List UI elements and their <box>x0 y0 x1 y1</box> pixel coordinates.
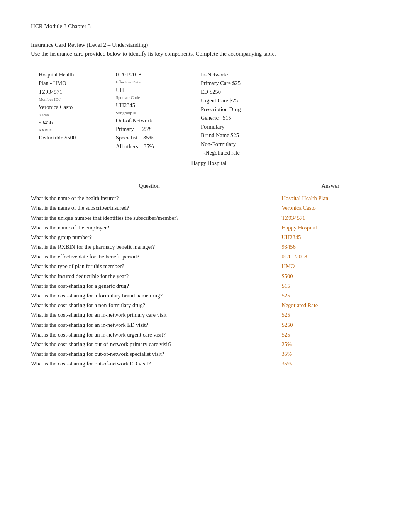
qa-row: What is the cost-sharing for an in-netwo… <box>31 321 379 330</box>
card-in-network-label: In-Network: <box>201 70 379 79</box>
qa-answer: TZ934571 <box>281 214 379 223</box>
qa-answer: Happy Hospital <box>281 223 379 232</box>
card-col-1: Hospital Health Plan - HMO TZ934571 Memb… <box>39 70 116 157</box>
card-member-id-value: TZ934571 <box>39 88 116 96</box>
qa-row: What is the cost-sharing for a formulary… <box>31 291 379 300</box>
card-sponsor-code-value: UH <box>116 86 201 94</box>
qa-row: What is the cost-sharing for an in-netwo… <box>31 311 379 320</box>
qa-answer: 93456 <box>281 243 379 252</box>
card-effective-date-value: 01/01/2018 <box>116 70 201 79</box>
card-out-of-network-label: Out-of-Network <box>116 116 201 125</box>
qa-question: What is the effective date for the benef… <box>31 252 268 261</box>
qa-answer: 35% <box>281 359 379 368</box>
qa-row: What is the unique number that identifie… <box>31 214 379 223</box>
qa-question: What is the cost-sharing for a non-formu… <box>31 301 268 310</box>
card-deductible: Deductible $500 <box>39 133 116 142</box>
qa-answer: 35% <box>281 350 379 359</box>
card-subscriber-name: Veronica Casto <box>39 103 116 111</box>
qa-answer: $250 <box>281 321 379 330</box>
qa-rows-container: What is the name of the health insurer?H… <box>31 194 379 368</box>
qa-answer: $15 <box>281 282 379 291</box>
qa-row: What is the cost-sharing for out-of-netw… <box>31 340 379 349</box>
card-subgroup-label: Subgroup # <box>116 110 201 116</box>
qa-question: What is the group number? <box>31 233 268 242</box>
card-prescription-drug-label: Prescription Drug <box>201 105 379 114</box>
qa-row: What is the RXBIN for the pharmacy benef… <box>31 243 379 252</box>
qa-answer: $25 <box>281 291 379 300</box>
card-generic-cost: Generic $15 <box>201 114 379 122</box>
qa-row: What is the insured deductible for the y… <box>31 272 379 281</box>
qa-answer: 01/01/2018 <box>281 252 379 261</box>
qa-question: What is the cost-sharing for a formulary… <box>31 291 268 300</box>
qa-question: What is the cost-sharing for an in-netwo… <box>31 321 268 330</box>
qa-answer: UH2345 <box>281 233 379 242</box>
qa-question: What is the type of plan for this member… <box>31 262 268 271</box>
qa-question: What is the name of the subscriber/insur… <box>31 204 268 212</box>
qa-question: What is the RXBIN for the pharmacy benef… <box>31 243 268 252</box>
insurance-card: Hospital Health Plan - HMO TZ934571 Memb… <box>39 70 379 167</box>
qa-question: What is the cost-sharing for out-of-netw… <box>31 340 268 349</box>
card-col-3: In-Network: Primary Care $25 ED $250 Urg… <box>201 70 379 157</box>
card-urgent-care-cost: Urgent Care $25 <box>201 96 379 105</box>
qa-row: What is the name of the subscriber/insur… <box>31 204 379 212</box>
qa-answer: Hospital Health Plan <box>281 194 379 203</box>
intro-block: Insurance Card Review (Level 2 – Underst… <box>31 41 379 58</box>
card-rxbin-value: 93456 <box>39 118 116 127</box>
qa-header-answer: Answer <box>281 183 379 189</box>
card-brand-name-cost: Brand Name $25 <box>201 131 379 139</box>
qa-answer: $25 <box>281 311 379 320</box>
card-insurer-name-1: Hospital Health <box>39 70 116 79</box>
qa-question: What is the cost-sharing for out-of-netw… <box>31 350 268 359</box>
qa-row: What is the cost-sharing for out-of-netw… <box>31 359 379 368</box>
qa-header-question: Question <box>31 183 268 189</box>
qa-header: Question Answer <box>31 183 379 191</box>
qa-question: What is the name of the health insurer? <box>31 194 268 203</box>
qa-question: What is the cost-sharing for a generic d… <box>31 282 268 291</box>
qa-answer: 25% <box>281 340 379 349</box>
card-primary-rate: Primary 25% <box>116 125 201 133</box>
page-title: HCR Module 3 Chapter 3 <box>31 23 379 30</box>
qa-section: Question Answer What is the name of the … <box>31 183 379 368</box>
qa-question: What is the insured deductible for the y… <box>31 272 268 281</box>
qa-row: What is the cost-sharing for out-of-netw… <box>31 350 379 359</box>
qa-answer: $25 <box>281 330 379 339</box>
qa-row: What is the effective date for the benef… <box>31 252 379 261</box>
card-member-id-label: Member ID# <box>39 96 116 103</box>
qa-question: What is the unique number that identifie… <box>31 214 268 223</box>
qa-row: What is the group number?UH2345 <box>31 233 379 242</box>
card-effective-date-label: Effective Date <box>116 79 201 85</box>
qa-question: What is the name of the employer? <box>31 223 268 232</box>
card-ed-cost: ED $250 <box>201 88 379 96</box>
qa-answer: $500 <box>281 272 379 281</box>
card-col-2: 01/01/2018 Effective Date UH Sponsor Cod… <box>116 70 201 157</box>
qa-answer: HMO <box>281 262 379 271</box>
qa-row: What is the type of plan for this member… <box>31 262 379 271</box>
intro-line1: Insurance Card Review (Level 2 – Underst… <box>31 41 379 49</box>
intro-line2: Use the insurance card provided below to… <box>31 49 379 58</box>
qa-answer: Negotiated Rate <box>281 301 379 310</box>
qa-row: What is the cost-sharing for a non-formu… <box>31 301 379 310</box>
card-primary-care-cost: Primary Care $25 <box>201 79 379 87</box>
card-subgroup-value: UH2345 <box>116 101 201 109</box>
card-plan-type: Plan - HMO <box>39 79 116 87</box>
card-footer: Happy Hospital <box>39 159 379 167</box>
card-allothers-rate: All others 35% <box>116 142 201 151</box>
card-formulary-label: Formulary <box>201 122 379 131</box>
card-negotiated-rate: -Negotiated rate <box>201 148 379 157</box>
qa-answer: Veronica Casto <box>281 204 379 212</box>
card-name-label: Name <box>39 112 116 118</box>
qa-row: What is the cost-sharing for an in-netwo… <box>31 330 379 339</box>
qa-question: What is the cost-sharing for an in-netwo… <box>31 330 268 339</box>
qa-question: What is the cost-sharing for out-of-netw… <box>31 359 268 368</box>
qa-row: What is the name of the employer?Happy H… <box>31 223 379 232</box>
card-sponsor-code-label: Sponsor Code <box>116 94 201 101</box>
card-specialist-rate: Specialist 35% <box>116 133 201 142</box>
qa-row: What is the name of the health insurer?H… <box>31 194 379 203</box>
qa-row: What is the cost-sharing for a generic d… <box>31 282 379 291</box>
card-rxbin-label: RXBIN <box>39 127 116 133</box>
card-non-formulary-label: Non-Formulary <box>201 140 379 148</box>
qa-question: What is the cost-sharing for an in-netwo… <box>31 311 268 320</box>
